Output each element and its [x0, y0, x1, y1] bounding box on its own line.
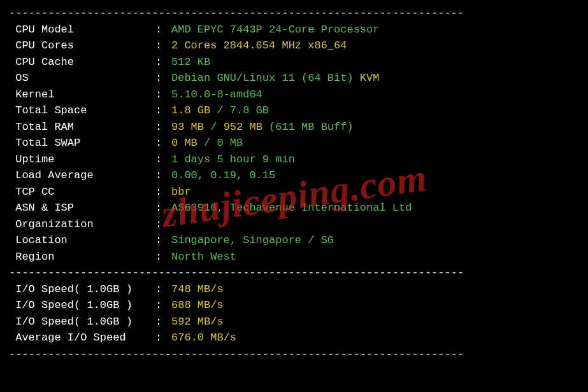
divider-bottom: ----------------------------------------…	[9, 346, 579, 363]
colon: :	[155, 151, 171, 168]
value-region: North West	[171, 249, 579, 265]
label-cpu-model: CPU Model	[9, 22, 155, 38]
label-io-3: I/O Speed( 1.0GB )	[9, 314, 155, 330]
colon: :	[155, 297, 171, 314]
row-os: OS : Debian GNU/Linux 11 (64 Bit) KVM	[9, 70, 579, 87]
value-tcp: bbr	[171, 184, 579, 200]
row-region: Region : North West	[9, 249, 579, 265]
label-io-avg: Average I/O Speed	[9, 330, 155, 346]
value-cpu-model: AMD EPYC 7443P 24-Core Processor	[171, 22, 579, 38]
colon: :	[155, 135, 171, 151]
label-org: Organization	[9, 216, 155, 233]
colon: :	[155, 70, 171, 87]
row-org: Organization :	[9, 216, 579, 233]
row-total-ram: Total RAM : 93 MB / 952 MB (611 MB Buff)	[9, 119, 579, 136]
value-uptime: 1 days 5 hour 9 min	[171, 151, 579, 168]
colon: :	[155, 330, 171, 346]
row-io-avg: Average I/O Speed : 676.0 MB/s	[9, 330, 579, 346]
label-io-2: I/O Speed( 1.0GB )	[9, 297, 155, 314]
value-asn: AS63916, Techavenue International Ltd	[171, 200, 579, 216]
colon: :	[155, 102, 171, 119]
row-location: Location : Singapore, Singapore / SG	[9, 232, 579, 249]
label-region: Region	[9, 249, 155, 265]
label-uptime: Uptime	[9, 151, 155, 168]
label-asn: ASN & ISP	[9, 200, 155, 216]
row-asn: ASN & ISP : AS63916, Techavenue Internat…	[9, 200, 579, 216]
value-io-2: 688 MB/s	[171, 297, 579, 314]
value-io-1: 748 MB/s	[171, 281, 579, 298]
label-kernel: Kernel	[9, 87, 155, 103]
value-os: Debian GNU/Linux 11 (64 Bit) KVM	[171, 70, 579, 87]
colon: :	[155, 216, 171, 233]
row-total-swap: Total SWAP : 0 MB / 0 MB	[9, 135, 579, 151]
value-total-swap: 0 MB / 0 MB	[171, 135, 579, 151]
value-cpu-cache: 512 KB	[171, 54, 579, 71]
row-uptime: Uptime : 1 days 5 hour 9 min	[9, 151, 579, 168]
row-load: Load Average : 0.00, 0.19, 0.15	[9, 167, 579, 184]
label-location: Location	[9, 232, 155, 249]
value-location: Singapore, Singapore / SG	[171, 232, 579, 249]
value-load: 0.00, 0.19, 0.15	[171, 167, 579, 184]
row-io-1: I/O Speed( 1.0GB ) : 748 MB/s	[9, 281, 579, 298]
value-total-ram: 93 MB / 952 MB (611 MB Buff)	[171, 119, 579, 136]
label-io-1: I/O Speed( 1.0GB )	[9, 281, 155, 298]
value-cpu-cores: 2 Cores 2844.654 MHz x86_64	[171, 38, 579, 54]
colon: :	[155, 87, 171, 103]
label-cpu-cores: CPU Cores	[9, 38, 155, 54]
row-io-3: I/O Speed( 1.0GB ) : 592 MB/s	[9, 314, 579, 330]
divider-top: ----------------------------------------…	[9, 5, 579, 22]
colon: :	[155, 184, 171, 200]
value-kernel: 5.10.0-8-amd64	[171, 87, 579, 103]
colon: :	[155, 249, 171, 265]
divider-mid: ----------------------------------------…	[9, 265, 579, 281]
colon: :	[155, 281, 171, 298]
row-io-2: I/O Speed( 1.0GB ) : 688 MB/s	[9, 297, 579, 314]
label-tcp: TCP CC	[9, 184, 155, 200]
colon: :	[155, 200, 171, 216]
row-cpu-cache: CPU Cache : 512 KB	[9, 54, 579, 71]
label-cpu-cache: CPU Cache	[9, 54, 155, 71]
label-total-swap: Total SWAP	[9, 135, 155, 151]
value-io-3: 592 MB/s	[171, 314, 579, 330]
colon: :	[155, 119, 171, 136]
row-total-space: Total Space : 1.8 GB / 7.8 GB	[9, 102, 579, 119]
colon: :	[155, 232, 171, 249]
label-load: Load Average	[9, 167, 155, 184]
row-cpu-cores: CPU Cores : 2 Cores 2844.654 MHz x86_64	[9, 38, 579, 54]
value-org	[171, 216, 579, 233]
colon: :	[155, 314, 171, 330]
label-os: OS	[9, 70, 155, 87]
label-total-space: Total Space	[9, 102, 155, 119]
colon: :	[155, 38, 171, 54]
row-tcp: TCP CC : bbr	[9, 184, 579, 200]
row-kernel: Kernel : 5.10.0-8-amd64	[9, 87, 579, 103]
colon: :	[155, 22, 171, 38]
value-io-avg: 676.0 MB/s	[171, 330, 579, 346]
value-total-space: 1.8 GB / 7.8 GB	[171, 102, 579, 119]
colon: :	[155, 167, 171, 184]
colon: :	[155, 54, 171, 71]
row-cpu-model: CPU Model : AMD EPYC 7443P 24-Core Proce…	[9, 22, 579, 38]
label-total-ram: Total RAM	[9, 119, 155, 136]
